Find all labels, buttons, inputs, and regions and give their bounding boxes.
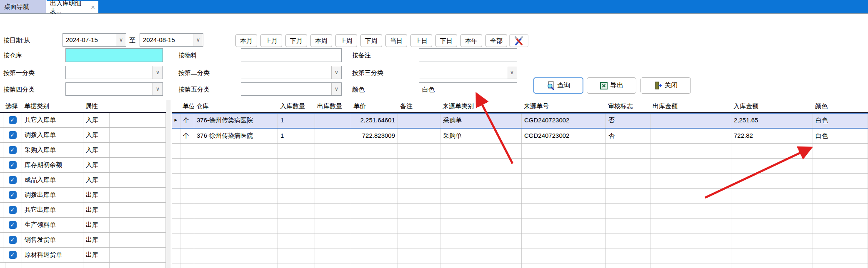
- checkbox-cell[interactable]: ✓: [3, 158, 22, 172]
- column-header[interactable]: 审核标志: [606, 100, 650, 112]
- chevron-down-icon[interactable]: ∨: [331, 83, 341, 95]
- checkbox-checked-icon[interactable]: ✓: [9, 221, 17, 229]
- table-row[interactable]: ✓调拨入库单入库: [0, 128, 166, 143]
- table-row[interactable]: ✓销售发货单出库: [0, 233, 166, 248]
- attr-cell[interactable]: 入库: [83, 113, 110, 127]
- checkbox-cell[interactable]: ✓: [3, 173, 22, 187]
- doc-type-cell[interactable]: 成品入库单: [22, 173, 83, 187]
- period-button[interactable]: 上月: [260, 34, 282, 47]
- checkbox-checked-icon[interactable]: ✓: [9, 131, 17, 139]
- out-amount-cell[interactable]: [650, 129, 731, 143]
- doc-type-cell[interactable]: 销售发货单: [22, 233, 83, 247]
- column-header[interactable]: 单据类别: [22, 100, 83, 112]
- remark-filter-input[interactable]: [419, 48, 517, 62]
- period-button[interactable]: 本月: [235, 34, 257, 47]
- attr-cell[interactable]: 出库: [83, 188, 110, 202]
- column-header[interactable]: 单价: [351, 100, 398, 112]
- chevron-down-icon[interactable]: ∨: [116, 34, 126, 46]
- doc-type-cell[interactable]: 原材料退货单: [22, 248, 83, 262]
- attr-cell[interactable]: 出库: [83, 248, 110, 262]
- price-cell[interactable]: 722.823009: [351, 129, 398, 143]
- column-header[interactable]: 入库数量: [278, 100, 315, 112]
- checkbox-cell[interactable]: ✓: [3, 233, 22, 247]
- category5-select[interactable]: ∨: [241, 82, 342, 96]
- column-header[interactable]: 属性: [83, 100, 110, 112]
- material-filter-input[interactable]: [241, 48, 342, 62]
- column-header[interactable]: 选择: [3, 100, 22, 112]
- table-row[interactable]: ✓生产领料单出库: [0, 218, 166, 233]
- doc-type-cell[interactable]: 采购入库单: [22, 143, 83, 157]
- attr-cell[interactable]: 出库: [83, 233, 110, 247]
- doc-type-cell[interactable]: 库存期初余额: [22, 158, 83, 172]
- chevron-down-icon[interactable]: ∨: [193, 34, 203, 46]
- doc-type-cell[interactable]: 其它入库单: [22, 113, 83, 127]
- date-tools-button[interactable]: [509, 34, 528, 47]
- column-header[interactable]: 单位: [180, 100, 194, 112]
- date-to-combo[interactable]: 2024-08-15 ∨: [140, 33, 203, 47]
- in-amount-cell[interactable]: 2,251.65: [731, 114, 813, 128]
- category1-select[interactable]: ∨: [65, 66, 163, 79]
- doc-type-cell[interactable]: 其它出库单: [22, 203, 83, 217]
- vertical-scrollbar[interactable]: [166, 100, 171, 268]
- in-qty-cell[interactable]: 1: [278, 129, 315, 143]
- chevron-down-icon[interactable]: ∨: [153, 66, 163, 79]
- chevron-down-icon[interactable]: ∨: [507, 66, 517, 79]
- in-amount-cell[interactable]: 722.82: [731, 129, 813, 143]
- unit-cell[interactable]: 个: [180, 129, 194, 143]
- doc-type-cell[interactable]: 生产领料单: [22, 218, 83, 232]
- checkbox-cell[interactable]: ✓: [3, 143, 22, 157]
- doc-type-cell[interactable]: 调拨入库单: [22, 128, 83, 142]
- table-row[interactable]: ✓原材料退货单出库: [0, 248, 166, 263]
- checkbox-checked-icon[interactable]: ✓: [9, 191, 17, 199]
- out-qty-cell[interactable]: [315, 114, 351, 128]
- warehouse-filter-input[interactable]: [65, 48, 163, 62]
- attr-cell[interactable]: 入库: [83, 158, 110, 172]
- chevron-down-icon[interactable]: ∨: [153, 83, 163, 95]
- warehouse-cell[interactable]: 376-徐州传染病医院: [194, 114, 278, 128]
- audit-cell[interactable]: 否: [606, 129, 650, 143]
- table-row[interactable]: 个376-徐州传染病医院1722.823009采购单CGD240723002否7…: [172, 129, 868, 144]
- period-button[interactable]: 上周: [335, 34, 357, 47]
- table-row[interactable]: ✓其它出库单出库: [0, 203, 166, 218]
- checkbox-checked-icon[interactable]: ✓: [9, 236, 17, 244]
- checkbox-checked-icon[interactable]: ✓: [9, 161, 17, 169]
- tab-desktop-nav[interactable]: 桌面导航: [0, 0, 47, 13]
- column-header[interactable]: 来源单号: [522, 100, 606, 112]
- period-button[interactable]: 本年: [460, 34, 482, 47]
- category4-select[interactable]: ∨: [65, 82, 163, 96]
- checkbox-cell[interactable]: ✓: [3, 113, 22, 127]
- period-button[interactable]: 当日: [385, 34, 407, 47]
- checkbox-checked-icon[interactable]: ✓: [9, 146, 17, 154]
- remark-cell[interactable]: [398, 114, 440, 128]
- color-cell[interactable]: 白色: [813, 129, 868, 143]
- period-button[interactable]: 上日: [410, 34, 432, 47]
- warehouse-cell[interactable]: 376-徐州传染病医院: [194, 129, 278, 143]
- column-header[interactable]: 出库数量: [315, 100, 351, 112]
- attr-cell[interactable]: 出库: [83, 218, 110, 232]
- checkbox-cell[interactable]: ✓: [3, 218, 22, 232]
- checkbox-checked-icon[interactable]: ✓: [9, 176, 17, 184]
- table-row[interactable]: ✓采购入库单入库: [0, 143, 166, 158]
- period-button[interactable]: 下日: [435, 34, 457, 47]
- close-icon[interactable]: ×: [91, 4, 95, 11]
- table-row[interactable]: ✓成品入库单入库: [0, 173, 166, 188]
- period-button[interactable]: 全部: [485, 34, 507, 47]
- attr-cell[interactable]: 出库: [83, 203, 110, 217]
- checkbox-checked-icon[interactable]: ✓: [9, 116, 17, 124]
- remark-cell[interactable]: [398, 129, 440, 143]
- checkbox-cell[interactable]: ✓: [3, 188, 22, 202]
- source-no-cell[interactable]: CGD240723002: [522, 129, 606, 143]
- source-type-cell[interactable]: 采购单: [440, 129, 522, 143]
- checkbox-cell[interactable]: ✓: [3, 248, 22, 262]
- table-row[interactable]: ✓调拨出库单出库: [0, 188, 166, 203]
- category2-select[interactable]: ∨: [241, 66, 342, 79]
- period-button[interactable]: 下周: [360, 34, 382, 47]
- query-button[interactable]: 查询: [533, 77, 583, 94]
- column-header[interactable]: 入库金额: [731, 100, 813, 112]
- source-type-cell[interactable]: 采购单: [440, 114, 522, 128]
- close-button[interactable]: 关闭: [640, 77, 691, 94]
- date-from-combo[interactable]: 2024-07-15 ∨: [63, 33, 126, 47]
- chevron-down-icon[interactable]: ∨: [331, 66, 341, 79]
- column-header[interactable]: 仓库: [194, 100, 278, 112]
- category3-select[interactable]: ∨: [419, 66, 517, 79]
